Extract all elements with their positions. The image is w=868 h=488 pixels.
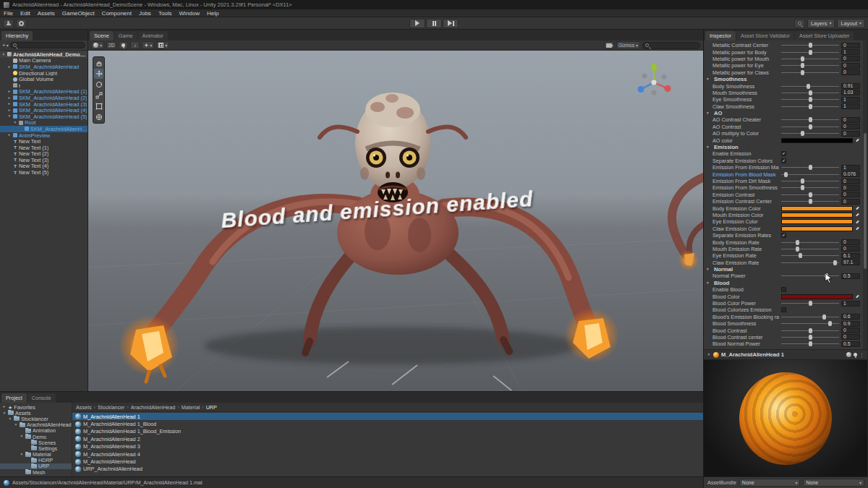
property-value-field[interactable]: 0.5 xyxy=(841,341,860,347)
slider-handle[interactable] xyxy=(809,192,812,197)
hierarchy-scene-row[interactable]: ▾ArachnidAlienHead_DemoScene xyxy=(0,51,88,58)
hierarchy-item[interactable]: ▸SKM_ArachnidAlienHead (3) xyxy=(0,101,88,108)
foldout-arrow-icon[interactable]: ▾ xyxy=(20,453,24,457)
inspector-property-row[interactable]: Metallic power for Eye0 xyxy=(704,62,863,69)
property-slider[interactable] xyxy=(781,49,839,56)
inspector-property-row[interactable]: Metallic Contrast Center0 xyxy=(704,42,863,48)
property-value-field[interactable]: 0 xyxy=(841,199,860,205)
scale-tool-button[interactable] xyxy=(94,90,103,100)
property-value-field[interactable]: 0.076 xyxy=(841,171,860,177)
inspector-property-row[interactable]: Enable Emission✓ xyxy=(704,150,863,157)
tab-asset-store-uploader[interactable]: Asset Store Uploader xyxy=(795,31,854,40)
slider-handle[interactable] xyxy=(807,84,810,89)
tab-project[interactable]: Project xyxy=(1,393,27,403)
property-value-field[interactable]: 0 xyxy=(841,69,860,75)
property-slider[interactable] xyxy=(781,90,839,96)
tab-asset-store-validator[interactable]: Asset Store Validator xyxy=(736,31,794,40)
scrollbar-thumb[interactable] xyxy=(864,133,867,269)
property-slider[interactable] xyxy=(781,273,839,279)
2d-toggle[interactable]: 2D xyxy=(106,41,116,49)
tab-hierarchy[interactable]: Hierarchy xyxy=(1,31,33,40)
hierarchy-item[interactable]: Global Volume xyxy=(0,76,88,82)
project-file-row[interactable]: M_ArachnidAlienHead 1_Blood xyxy=(72,420,703,427)
property-slider[interactable] xyxy=(781,116,839,123)
inspector-property-row[interactable]: Normal Power0.5 xyxy=(704,273,863,279)
inspector-section-header[interactable]: ▾Emission xyxy=(704,144,863,150)
property-slider[interactable] xyxy=(781,83,839,90)
inspector-property-row[interactable]: Emission From Smoothness0 xyxy=(704,184,863,191)
menu-item-gameobject[interactable]: GameObject xyxy=(59,10,98,17)
project-folder-row[interactable]: ▾Demo xyxy=(0,434,72,440)
preview-light-icon[interactable] xyxy=(854,353,857,356)
property-value-field[interactable]: 1.03 xyxy=(841,90,860,95)
property-slider[interactable] xyxy=(781,42,839,48)
slider-handle[interactable] xyxy=(784,172,788,177)
material-preview-header[interactable]: ▾ M_ArachnidAlienHead 1 ⋮ xyxy=(704,349,867,359)
color-swatch[interactable] xyxy=(781,213,853,218)
property-value-field[interactable]: 1 xyxy=(841,301,860,307)
inspector-property-row[interactable]: Eye Emission Rate6.1 xyxy=(704,252,863,259)
lighting-toggle[interactable] xyxy=(119,41,128,49)
inspector-property-row[interactable]: Blood Color Power1 xyxy=(704,300,863,307)
inspector-section-header[interactable]: ▾AO xyxy=(704,110,863,116)
hierarchy-item[interactable]: ▸SKM_ArachnidAlienHead (4) xyxy=(0,107,88,114)
slider-handle[interactable] xyxy=(809,301,812,306)
tab-scene[interactable]: Scene xyxy=(90,31,114,40)
hierarchy-item[interactable]: Directional Light xyxy=(0,70,88,77)
layers-dropdown[interactable]: Layers▾ xyxy=(807,19,835,28)
property-checkbox[interactable]: ✓ xyxy=(781,233,786,238)
effects-dropdown[interactable]: ▾ xyxy=(142,41,154,49)
project-folder-row[interactable]: ▸★Favorites xyxy=(0,404,72,410)
inspector-property-row[interactable]: Emission From Dirt Mask0 xyxy=(704,178,863,184)
project-file-row[interactable]: URP_ArachnidAlienHead xyxy=(72,466,703,473)
property-slider[interactable] xyxy=(781,69,839,76)
hierarchy-item[interactable]: TNew Text xyxy=(0,138,88,145)
inspector-property-row[interactable]: Separate Emission Colors✓ xyxy=(704,158,863,164)
project-folder-row[interactable]: Scenes xyxy=(0,440,72,445)
scene-search[interactable] xyxy=(642,42,700,49)
hierarchy-item[interactable]: ▸SKM_ArachnidAlienHead (1) xyxy=(0,89,88,95)
property-value-field[interactable]: 0 xyxy=(841,56,860,61)
property-value-field[interactable]: 1 xyxy=(841,49,860,55)
hierarchy-item[interactable]: Main Camera xyxy=(0,58,88,64)
slider-handle[interactable] xyxy=(822,314,826,320)
breadcrumb-item[interactable]: ArachnidAlienHead xyxy=(131,404,176,411)
property-slider[interactable] xyxy=(781,246,839,252)
foldout-arrow-icon[interactable]: ▾ xyxy=(14,423,18,427)
slider-handle[interactable] xyxy=(801,179,804,184)
color-swatch[interactable] xyxy=(781,206,853,211)
eyedropper-icon[interactable] xyxy=(855,206,860,211)
menu-item-window[interactable]: Window xyxy=(176,10,203,17)
property-slider[interactable] xyxy=(781,62,839,69)
inspector-property-row[interactable]: Blood's Emission Blocking ra0.6 xyxy=(704,314,863,320)
slider-handle[interactable] xyxy=(809,199,812,204)
inspector-property-row[interactable]: Separate Emission Rates✓ xyxy=(704,232,863,239)
foldout-arrow-icon[interactable]: ▾ xyxy=(1,53,6,57)
hierarchy-item[interactable]: TNew Text (1) xyxy=(0,145,88,151)
eyedropper-icon[interactable] xyxy=(855,138,860,143)
step-button[interactable] xyxy=(443,19,459,28)
breadcrumb-item[interactable]: URP xyxy=(206,404,217,411)
inspector-section-header[interactable]: ▾Normal xyxy=(704,266,863,273)
assetbundle-dropdown-1[interactable]: None▾ xyxy=(739,479,801,487)
more-options-icon[interactable]: ⋮ xyxy=(859,352,864,358)
slider-handle[interactable] xyxy=(809,90,812,95)
inspector-property-row[interactable]: Body Emission Color xyxy=(704,205,863,211)
project-folder-row[interactable]: Settings xyxy=(0,445,72,451)
property-value-field[interactable]: 0.6 xyxy=(841,314,860,320)
inspector-property-row[interactable]: Blood Color xyxy=(704,293,863,299)
property-slider[interactable] xyxy=(781,124,839,130)
property-slider[interactable] xyxy=(781,192,839,198)
project-folder-row[interactable]: ▾Assets xyxy=(0,410,72,416)
property-slider[interactable] xyxy=(781,300,839,307)
layout-dropdown[interactable]: Layout▾ xyxy=(837,19,865,28)
hierarchy-search[interactable] xyxy=(10,42,85,48)
property-checkbox[interactable] xyxy=(781,287,786,292)
audio-toggle[interactable]: ♪ xyxy=(130,41,140,49)
inspector-property-row[interactable]: Claw Smoothness1 xyxy=(704,103,863,110)
inspector-property-row[interactable]: Mouth Emission Rate0 xyxy=(704,246,863,252)
scene-canvas[interactable]: Blood and emission enabled xyxy=(88,51,703,391)
tab-game[interactable]: Game xyxy=(114,31,137,40)
inspector-property-row[interactable]: Body Emission Rate0 xyxy=(704,239,863,245)
property-slider[interactable] xyxy=(781,171,839,178)
